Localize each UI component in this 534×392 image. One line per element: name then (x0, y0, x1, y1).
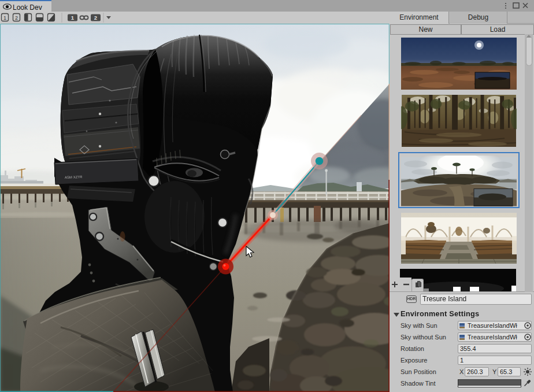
svg-text:1: 1 (71, 14, 75, 21)
svg-text:ASM XZTR: ASM XZTR (65, 175, 83, 179)
svg-text:1: 1 (3, 15, 6, 21)
svg-text:2: 2 (94, 14, 97, 21)
svg-text:2: 2 (15, 15, 18, 21)
